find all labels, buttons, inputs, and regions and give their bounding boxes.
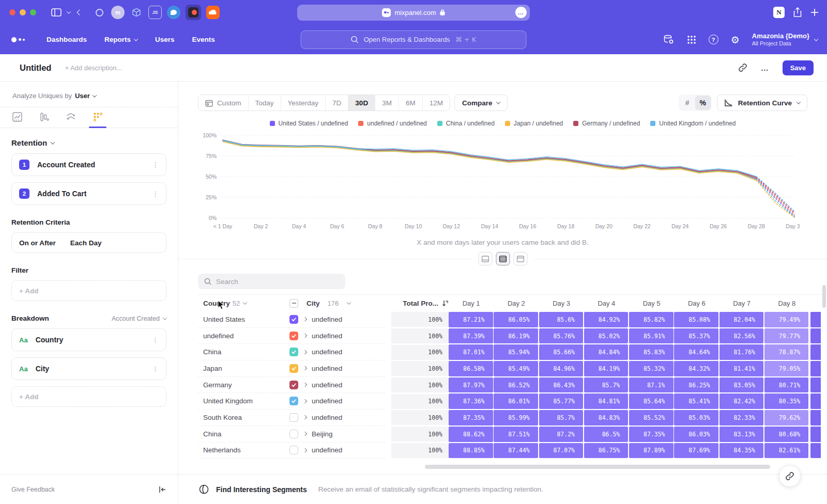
expand-row-icon[interactable] — [303, 366, 307, 370]
segment-checkbox-unchecked[interactable] — [289, 430, 298, 438]
nav-item-users[interactable]: Users — [155, 36, 175, 43]
chevron-down-icon[interactable] — [67, 11, 70, 14]
criteria-value[interactable]: Each Day — [70, 239, 102, 247]
add-filter-button[interactable]: + Add — [11, 280, 166, 301]
browser-extension-icon[interactable] — [93, 6, 106, 19]
more-options-button[interactable]: … — [761, 64, 769, 72]
global-search-button[interactable]: Open Reports & Dashboards ⌘ + K — [301, 30, 527, 49]
legend-item[interactable]: Japan / undefined — [505, 120, 563, 127]
more-options-icon[interactable]: ⋮ — [152, 336, 159, 344]
table-search-input[interactable]: Search — [198, 274, 345, 289]
analyze-value-dropdown[interactable]: User — [75, 92, 90, 100]
legend-item[interactable]: United States / undefined — [270, 120, 348, 127]
expand-row-icon[interactable] — [303, 432, 307, 436]
give-feedback-link[interactable]: Give Feedback — [11, 486, 55, 493]
day-column-header[interactable]: Day 8 — [764, 300, 809, 307]
expand-row-icon[interactable] — [303, 383, 307, 387]
day-column-header[interactable]: Day 1 — [449, 300, 494, 307]
add-description-button[interactable]: + Add description... — [65, 64, 122, 72]
expand-row-icon[interactable] — [303, 448, 307, 452]
range-12m[interactable]: 12M — [423, 95, 450, 111]
country-column-header[interactable]: Country 52 — [198, 300, 289, 307]
table-row[interactable]: ChinaBeijing100%88.62%87.51%87.2%86.5%87… — [198, 426, 827, 443]
nav-item-dashboards[interactable]: Dashboards — [47, 36, 87, 43]
help-icon[interactable]: ? — [709, 35, 718, 44]
unit-absolute-button[interactable]: # — [680, 96, 695, 110]
day-column-header[interactable]: Day 4 — [584, 300, 629, 307]
segment-checkbox-checked[interactable] — [289, 315, 298, 324]
criteria-value[interactable]: On or After — [19, 239, 56, 247]
day-column-header[interactable]: Day 2 — [494, 300, 539, 307]
find-segments-title[interactable]: Find Interesting Segments — [216, 485, 307, 494]
tab-insights[interactable] — [6, 112, 28, 128]
tab-retention[interactable] — [87, 112, 109, 128]
expand-row-icon[interactable] — [303, 415, 307, 419]
segment-checkbox-checked[interactable] — [289, 397, 298, 405]
minimize-window-button[interactable] — [20, 9, 26, 15]
retention-step-card[interactable]: 2Added To Cart⋮ — [11, 182, 166, 205]
legend-item[interactable]: China / undefined — [437, 120, 495, 127]
apps-grid-icon[interactable] — [687, 35, 696, 44]
copy-link-icon[interactable] — [738, 63, 747, 72]
chart-type-dropdown[interactable]: Retention Curve — [717, 94, 807, 111]
city-column-header[interactable]: City 176 — [289, 299, 385, 308]
day-column-header[interactable]: Day 7 — [719, 300, 764, 307]
range-6m[interactable]: 6M — [399, 95, 423, 111]
maximize-window-button[interactable] — [30, 9, 36, 15]
expand-row-icon[interactable] — [303, 317, 307, 321]
segment-checkbox-unchecked[interactable] — [289, 413, 298, 422]
tab-flows[interactable] — [60, 112, 82, 128]
legend-item[interactable]: Germany / undefined — [573, 120, 640, 127]
select-all-checkbox[interactable] — [289, 299, 298, 308]
table-row[interactable]: United Kingdomundefined100%87.36%86.01%8… — [198, 393, 827, 410]
table-row[interactable]: Germanyundefined100%87.97%86.52%86.43%85… — [198, 377, 827, 393]
breakdown-event-dropdown[interactable]: Account Created — [112, 315, 166, 322]
retention-step-card[interactable]: 1Account Created⋮ — [11, 153, 166, 176]
compare-button[interactable]: Compare — [454, 94, 508, 111]
unit-percent-button[interactable]: % — [695, 96, 711, 110]
page-options-button[interactable]: … — [515, 7, 527, 18]
segment-checkbox-checked[interactable] — [289, 332, 298, 340]
segment-checkbox-checked[interactable] — [289, 364, 298, 373]
total-column-header[interactable]: Total Pro... — [385, 300, 449, 307]
browser-extension-icon[interactable] — [186, 5, 201, 20]
expand-row-icon[interactable] — [303, 350, 307, 354]
more-options-icon[interactable]: ⋮ — [152, 190, 159, 198]
add-breakdown-button[interactable]: + Add — [11, 386, 166, 407]
segment-checkbox-checked[interactable] — [289, 381, 298, 389]
nav-item-events[interactable]: Events — [192, 36, 215, 43]
range-3m[interactable]: 3M — [375, 95, 399, 111]
segment-checkbox-unchecked[interactable] — [289, 446, 298, 454]
legend-item[interactable]: United Kingdom / undefined — [650, 120, 736, 127]
vertical-scrollbar[interactable] — [822, 285, 826, 308]
day-column-header[interactable]: Day 5 — [629, 300, 674, 307]
retention-section-header[interactable]: Retention — [11, 138, 166, 147]
table-row[interactable]: undefinedundefined100%87.39%86.19%85.76%… — [198, 328, 827, 344]
table-row[interactable]: Netherlandsundefined100%88.85%87.44%87.0… — [198, 443, 827, 459]
view-split-button[interactable] — [496, 252, 510, 265]
view-chart-only-button[interactable] — [478, 252, 492, 265]
range-custom[interactable]: Custom — [198, 95, 249, 111]
share-icon[interactable] — [793, 7, 802, 18]
range-today[interactable]: Today — [249, 95, 281, 111]
share-link-floating-button[interactable] — [779, 466, 800, 486]
table-row[interactable]: South Koreaundefined100%87.35%85.99%85.7… — [198, 410, 827, 426]
table-row[interactable]: Chinaundefined100%87.01%85.94%85.66%84.8… — [198, 344, 827, 360]
report-title[interactable]: Untitled — [20, 63, 51, 73]
new-tab-icon[interactable] — [810, 8, 819, 17]
browser-extension-icon[interactable] — [206, 6, 220, 19]
expand-row-icon[interactable] — [303, 399, 307, 403]
table-row[interactable]: United Statesundefined100%87.21%86.05%85… — [198, 311, 827, 328]
table-row[interactable]: Japanundefined100%86.58%85.49%84.96%84.1… — [198, 360, 827, 377]
breakdown-property-card[interactable]: AaCountry⋮ — [11, 328, 166, 351]
address-bar[interactable]: mixpanel.com … — [297, 5, 530, 21]
range-7d[interactable]: 7D — [326, 95, 348, 111]
segment-checkbox-checked[interactable] — [289, 348, 298, 356]
close-window-button[interactable] — [9, 9, 16, 15]
browser-extension-icon[interactable] — [130, 6, 143, 19]
browser-sidebar-icon[interactable] — [51, 8, 62, 17]
nav-item-reports[interactable]: Reports — [104, 36, 137, 43]
more-options-icon[interactable]: ⋮ — [152, 161, 159, 169]
breakdown-property-card[interactable]: AaCity⋮ — [11, 357, 166, 380]
project-switcher[interactable]: Amazonia {Demo}All Project Data — [752, 32, 818, 48]
